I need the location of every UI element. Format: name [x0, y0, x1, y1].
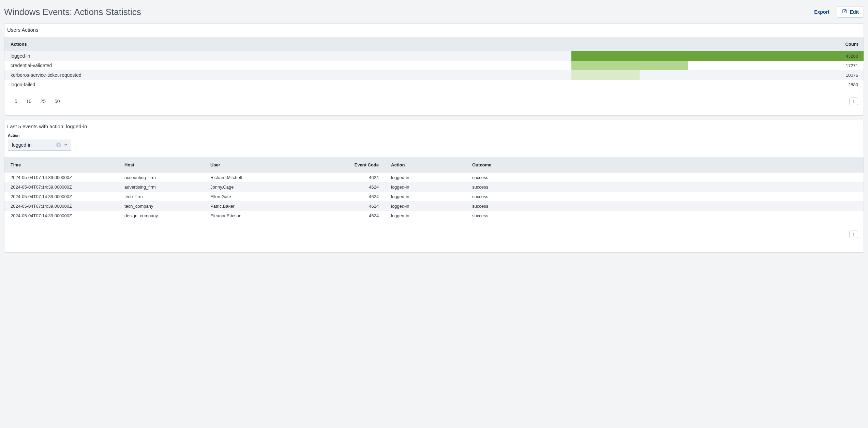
host-cell: advertising_firm [124, 185, 210, 190]
edit-button[interactable]: Edit [837, 6, 864, 18]
page-size-option[interactable]: 50 [55, 99, 60, 104]
action-cell: logon-failed [4, 82, 571, 87]
events-page-number-button[interactable]: 1 [849, 231, 858, 238]
users-actions-row[interactable]: credential-validated17271 [4, 61, 864, 70]
code-cell: 4624 [336, 194, 391, 199]
clear-filter-icon[interactable] [56, 143, 61, 147]
code-cell: 4624 [336, 185, 391, 190]
events-rows: 2024-05-04T07:14:39.000000Zaccounting_fi… [4, 173, 864, 220]
users-actions-footer: 5102550 1 [4, 89, 864, 115]
events-footer: 1 [4, 220, 864, 252]
event-row[interactable]: 2024-05-04T07:14:39.000000Ztech_firmElle… [4, 192, 864, 201]
event-row[interactable]: 2024-05-04T07:14:39.000000Ztech_companyP… [4, 201, 864, 211]
users-actions-row[interactable]: logon-failed2880 [4, 80, 864, 89]
export-link[interactable]: Export [814, 9, 829, 15]
users-actions-panel: Users Actions Actions Count logged-in432… [4, 23, 864, 116]
action-filter-label: Action [8, 133, 860, 137]
edit-icon [842, 9, 847, 15]
time-cell: 2024-05-04T07:14:39.000000Z [4, 204, 124, 209]
user-cell: Jonny.Cage [210, 185, 336, 190]
page-size-option[interactable]: 25 [40, 99, 46, 104]
svg-rect-0 [842, 10, 846, 13]
code-cell: 4624 [336, 204, 391, 209]
count-cell: 43200 [571, 51, 864, 61]
host-cell: tech_firm [124, 194, 210, 199]
last-events-panel: Last 5 events with action: logged-in Act… [4, 120, 864, 253]
col-header-count[interactable]: Count [571, 37, 864, 51]
outcome-cell: success [472, 204, 864, 209]
action-filter-combobox[interactable]: logged-in [8, 139, 71, 151]
outcome-cell: success [472, 194, 864, 199]
chevron-down-icon [64, 142, 68, 148]
host-cell: design_company [124, 213, 210, 218]
action-cell: logged-in [391, 175, 472, 180]
events-table-header: Time Host User Event Code Action Outcome [4, 157, 864, 173]
action-filter-block: Action logged-in [4, 133, 864, 157]
col-header-action[interactable]: Action [391, 162, 472, 167]
users-actions-row[interactable]: kerberos-service-ticket-requested10076 [4, 70, 864, 80]
count-value: 10076 [846, 73, 858, 78]
count-value: 2880 [848, 82, 858, 87]
event-row[interactable]: 2024-05-04T07:14:39.000000Zadvertising_f… [4, 182, 864, 192]
action-filter-value: logged-in [12, 142, 32, 148]
user-cell: Eleanor.Ericson [210, 213, 336, 218]
count-value: 17271 [846, 63, 858, 68]
time-cell: 2024-05-04T07:14:39.000000Z [4, 194, 124, 199]
col-header-user[interactable]: User [210, 162, 336, 167]
code-cell: 4624 [336, 213, 391, 218]
action-cell: kerberos-service-ticket-requested [4, 72, 571, 78]
edit-button-label: Edit [850, 9, 859, 15]
bar-fill [571, 61, 688, 70]
count-cell: 17271 [571, 61, 864, 70]
count-cell: 2880 [571, 80, 864, 89]
user-cell: Richard.Mitchell [210, 175, 336, 180]
action-cell: logged-in [391, 185, 472, 190]
user-cell: Patric.Baker [210, 204, 336, 209]
users-actions-panel-title: Users Actions [4, 24, 864, 37]
bar-fill [571, 51, 864, 61]
col-header-host[interactable]: Host [124, 162, 210, 167]
action-cell: logged-in [391, 194, 472, 199]
count-cell: 10076 [571, 70, 864, 80]
page-header: Windows Events: Actions Statistics Expor… [4, 3, 864, 23]
action-cell: credential-validated [4, 63, 571, 68]
count-value: 43200 [846, 54, 858, 59]
bar-fill [571, 70, 640, 80]
users-actions-row[interactable]: logged-in43200 [4, 51, 864, 61]
page-title: Windows Events: Actions Statistics [4, 7, 141, 17]
action-cell: logged-in [391, 204, 472, 209]
time-cell: 2024-05-04T07:14:39.000000Z [4, 185, 124, 190]
action-cell: logged-in [391, 213, 472, 218]
action-cell: logged-in [4, 53, 571, 59]
col-header-code[interactable]: Event Code [336, 162, 391, 167]
outcome-cell: success [472, 185, 864, 190]
bar-fill [571, 80, 591, 89]
users-actions-rows: logged-in43200credential-validated17271k… [4, 51, 864, 89]
col-header-time[interactable]: Time [4, 162, 124, 167]
page-size-option[interactable]: 10 [26, 99, 32, 104]
code-cell: 4624 [336, 175, 391, 180]
header-actions: Export Edit [814, 6, 864, 18]
last-events-panel-title: Last 5 events with action: logged-in [4, 120, 864, 133]
col-header-outcome[interactable]: Outcome [472, 162, 864, 167]
time-cell: 2024-05-04T07:14:39.000000Z [4, 213, 124, 218]
event-row[interactable]: 2024-05-04T07:14:39.000000Zdesign_compan… [4, 211, 864, 220]
page-size-option[interactable]: 5 [15, 99, 17, 104]
event-row[interactable]: 2024-05-04T07:14:39.000000Zaccounting_fi… [4, 173, 864, 182]
host-cell: accounting_firm [124, 175, 210, 180]
col-header-actions[interactable]: Actions [4, 42, 571, 47]
users-actions-table-header: Actions Count [4, 37, 864, 51]
outcome-cell: success [472, 213, 864, 218]
user-cell: Ellen.Gate [210, 194, 336, 199]
time-cell: 2024-05-04T07:14:39.000000Z [4, 175, 124, 180]
page-number-button[interactable]: 1 [849, 98, 858, 105]
outcome-cell: success [472, 175, 864, 180]
host-cell: tech_company [124, 204, 210, 209]
page-size-selector: 5102550 [10, 99, 60, 104]
